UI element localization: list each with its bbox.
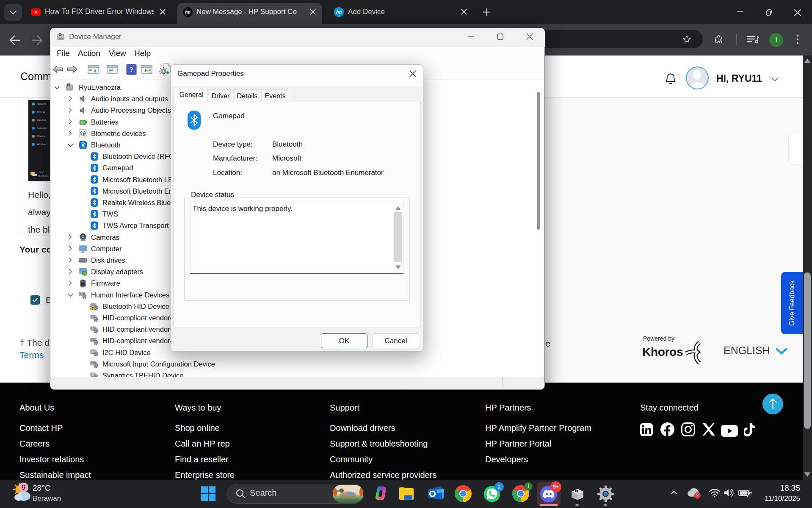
svg-text:Microsoft Input Configuration: Microsoft Input Configuration Device — [102, 360, 215, 368]
svg-text:Gamepad: Gamepad — [102, 164, 133, 172]
svg-text:Batteries: Batteries — [91, 118, 119, 126]
svg-text:Firmware: Firmware — [91, 279, 120, 287]
svg-text:Disk drives: Disk drives — [91, 256, 125, 264]
svg-text:Display adapters: Display adapters — [91, 268, 143, 275]
svg-text:hp: hp — [336, 9, 342, 14]
svg-text:?: ? — [130, 66, 133, 74]
svg-text:hp: hp — [185, 9, 191, 14]
svg-text:Bluetooth HID Device: Bluetooth HID Device — [102, 303, 169, 310]
svg-text:Human Interface Devices: Human Interface Devices — [91, 291, 169, 299]
svg-text:Cameras: Cameras — [91, 233, 119, 241]
svg-text:TWS: TWS — [102, 210, 118, 218]
svg-text:Computer: Computer — [91, 245, 122, 253]
svg-text:Audio inputs and outputs: Audio inputs and outputs — [91, 95, 168, 103]
svg-text:I2C HID Device: I2C HID Device — [102, 349, 151, 356]
svg-text:RyuEvanezra: RyuEvanezra — [79, 83, 121, 91]
svg-text:TWS Avrcp Transport: TWS Avrcp Transport — [102, 222, 169, 229]
svg-text:Synaptics TPEHID Device: Synaptics TPEHID Device — [102, 372, 183, 377]
svg-text:Bluetooth: Bluetooth — [91, 141, 121, 149]
svg-text:Audio Processing Objects: Audio Processing Objects — [91, 106, 171, 114]
svg-text:Biometric devices: Biometric devices — [91, 130, 146, 137]
